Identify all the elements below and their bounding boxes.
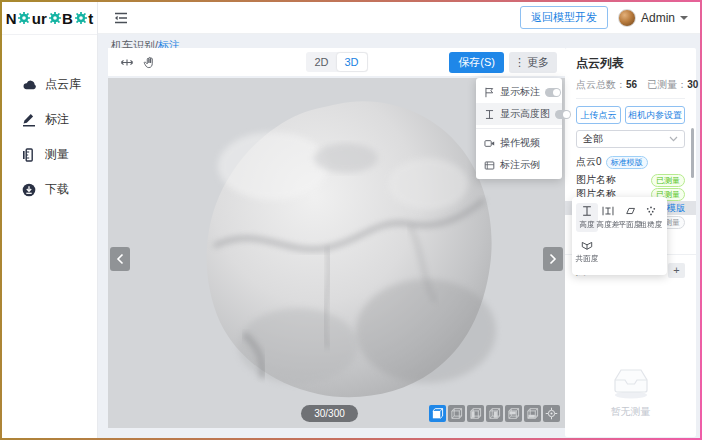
cloud-icon <box>22 78 36 92</box>
more-label: 更多 <box>527 55 549 70</box>
sidebar-item-download[interactable]: 下载 <box>2 172 97 207</box>
tooth-3d-model <box>178 96 508 401</box>
view-cube-top-button[interactable] <box>448 405 465 422</box>
user-menu[interactable]: Admin <box>618 9 688 27</box>
template-badge: 标准模版 <box>606 156 648 169</box>
tool-label: 高度差 <box>597 219 620 229</box>
height-diff-icon <box>602 205 614 217</box>
panel-scrollbar[interactable] <box>691 128 694 178</box>
sidebar: NurBt 点云库 标注 测量 下载 <box>2 2 98 438</box>
tool-flatness[interactable]: 平面度 <box>619 203 641 232</box>
tool-roughness[interactable]: 粗糙度 <box>641 203 663 232</box>
roughness-icon <box>645 205 657 217</box>
menu-item-label: 显示高度图 <box>500 107 550 121</box>
show-heightmap-toggle[interactable] <box>555 110 571 119</box>
cube-wireframe-icon <box>469 407 482 420</box>
menu-item-label: 显示标注 <box>500 85 540 99</box>
hand-icon <box>143 56 156 69</box>
status-badge: 已测量 <box>651 174 685 187</box>
window-frame: NurBt 点云库 标注 测量 下载 返回模型 <box>0 0 702 440</box>
menu-fold-icon <box>114 12 128 24</box>
menu-item-annotation-example[interactable]: 标注示例 <box>476 154 562 176</box>
logo-text: N <box>6 10 17 27</box>
collapse-sidebar-button[interactable] <box>110 8 132 28</box>
gear-icon <box>49 12 61 24</box>
view-cube-right-button[interactable] <box>486 405 503 422</box>
panel-title: 点云列表 <box>576 55 685 72</box>
pen-icon <box>22 113 36 127</box>
example-frame-icon <box>484 160 495 171</box>
tool-coplanarity[interactable]: 共面度 <box>576 237 598 266</box>
view-cube-back-button[interactable] <box>505 405 522 422</box>
more-button[interactable]: ⋮更多 <box>509 52 557 73</box>
logo-text: ur <box>32 10 47 27</box>
tool-height-diff[interactable]: 高度差 <box>598 203 620 232</box>
empty-box-icon <box>608 366 654 400</box>
locate-center-button[interactable] <box>543 405 560 422</box>
filter-select[interactable]: 全部 <box>576 130 685 148</box>
height-icon <box>484 109 495 120</box>
tool-height[interactable]: 高度 <box>576 203 598 232</box>
height-icon <box>581 205 593 217</box>
top-header: 返回模型开发 Admin <box>98 2 700 34</box>
panel-stats: 点云总数：56 已测量：30 <box>576 78 685 99</box>
tool-label: 共面度 <box>575 253 598 263</box>
cube-icon <box>431 407 444 420</box>
flag-icon <box>484 87 495 98</box>
menu-item-show-annotation[interactable]: 显示标注 <box>476 81 562 103</box>
chevron-right-icon <box>549 253 557 265</box>
tool-label: 高度 <box>579 219 594 229</box>
user-name: Admin <box>641 11 675 25</box>
logo-text: t <box>88 10 93 27</box>
show-annotation-toggle[interactable] <box>545 88 561 97</box>
empty-state: 暂无测量 <box>565 366 696 419</box>
avatar <box>618 9 636 27</box>
camera-params-button[interactable]: 相机内参设置 <box>625 106 685 124</box>
image-name: 图片名称 <box>576 173 651 187</box>
stat-total: 点云总数：56 <box>576 78 637 92</box>
gear-icon <box>75 12 87 24</box>
logo-text: B <box>62 10 73 27</box>
image-pager: 30/300 <box>301 405 358 422</box>
view-cube-left-button[interactable] <box>467 405 484 422</box>
sidebar-item-label: 测量 <box>45 146 69 163</box>
menu-item-show-heightmap[interactable]: 显示高度图 <box>476 103 562 125</box>
list-item[interactable]: 图片名称 已测量 <box>565 173 696 187</box>
group-name: 点云0 <box>576 155 602 169</box>
ruler-icon <box>22 148 36 162</box>
sidebar-item-label: 下载 <box>45 181 69 198</box>
viewer-toolbar: 2D 3D 保存(S) ⋮更多 <box>108 48 565 76</box>
content-area: 机车识别/标注 2D 3D 保存(S) ⋮更多 <box>98 34 700 438</box>
view-cube-front-button[interactable] <box>429 405 446 422</box>
sidebar-item-measure[interactable]: 测量 <box>2 137 97 172</box>
plane-icon <box>624 205 636 217</box>
sidebar-item-label: 标注 <box>45 111 69 128</box>
pan-tool-button[interactable] <box>116 52 138 72</box>
view-2d-button[interactable]: 2D <box>307 53 337 71</box>
view-3d-button[interactable]: 3D <box>337 53 367 71</box>
more-dropdown-menu: 显示标注 显示高度图 操作视频 标注示例 <box>476 78 562 179</box>
measure-tools-popup: 高度 高度差 平面度 粗糙度 共面度 <box>572 197 667 275</box>
add-measure-button[interactable]: + <box>668 263 685 278</box>
grab-tool-button[interactable] <box>138 52 160 72</box>
gear-icon <box>18 12 30 24</box>
menu-divider <box>476 128 562 129</box>
crosshair-icon <box>545 407 558 420</box>
sidebar-item-label: 点云库 <box>45 76 81 93</box>
empty-text: 暂无测量 <box>565 405 696 419</box>
pointcloud-group-row[interactable]: 点云0 标准模版 <box>576 155 685 169</box>
save-button[interactable]: 保存(S) <box>449 52 504 73</box>
caret-down-icon <box>680 16 688 20</box>
upload-pointcloud-button[interactable]: 上传点云 <box>576 106 621 124</box>
back-to-model-dev-button[interactable]: 返回模型开发 <box>520 6 608 29</box>
menu-item-label: 标注示例 <box>500 158 554 172</box>
prev-image-button[interactable] <box>110 247 130 271</box>
next-image-button[interactable] <box>543 247 563 271</box>
view-cube-bottom-button[interactable] <box>524 405 541 422</box>
stat-measured: 已测量：30 <box>647 78 698 92</box>
sidebar-item-annotate[interactable]: 标注 <box>2 102 97 137</box>
sidebar-item-pointcloud-library[interactable]: 点云库 <box>2 67 97 102</box>
menu-item-tutorial-video[interactable]: 操作视频 <box>476 132 562 154</box>
video-icon <box>484 138 495 149</box>
menu-item-label: 操作视频 <box>500 136 554 150</box>
